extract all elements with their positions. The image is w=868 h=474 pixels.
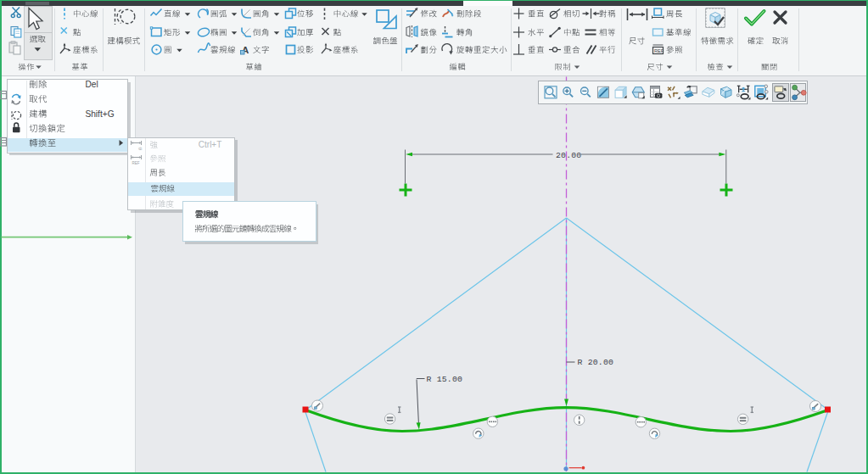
svg-text:Ctrl+T: Ctrl+T [199,140,221,149]
svg-text:20.00: 20.00 [556,151,581,160]
svg-text:Del: Del [85,80,98,89]
svg-text:R 20.00: R 20.00 [578,358,614,367]
svg-text:REF: REF [132,161,140,165]
svg-text:Shift+G: Shift+G [85,109,114,119]
svg-text:REF: REF [654,48,664,53]
svg-text:R 15.00: R 15.00 [427,375,463,384]
svg-text:強: 強 [138,147,143,151]
